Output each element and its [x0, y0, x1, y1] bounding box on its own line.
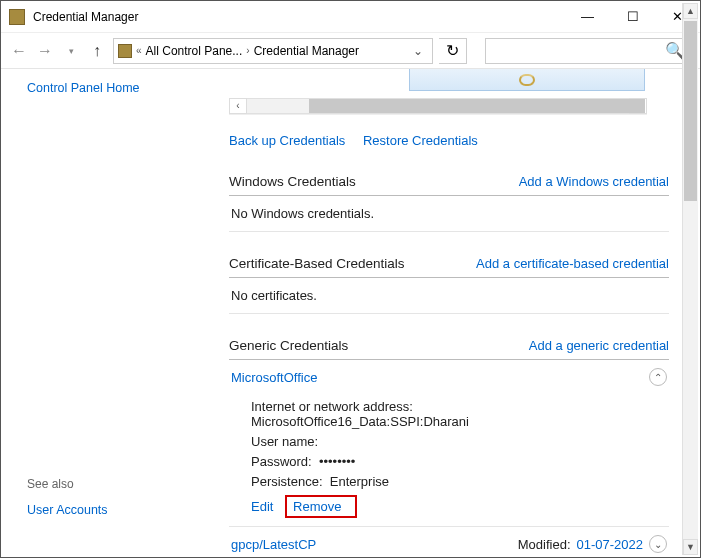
windows-credentials-empty: No Windows credentials.: [229, 196, 669, 232]
credential-details: Internet or network address:MicrosoftOff…: [229, 388, 669, 527]
collapse-icon[interactable]: ⌃: [649, 368, 667, 386]
modified-value: 01-07-2022: [577, 537, 644, 552]
persistence-label: Persistence:: [251, 474, 323, 489]
credential-row-expanded[interactable]: MicrosoftOffice ⌃: [229, 360, 669, 388]
window-title: Credential Manager: [33, 10, 565, 24]
recent-dropdown[interactable]: ▾: [61, 41, 81, 61]
refresh-button[interactable]: ↻: [439, 38, 467, 64]
generic-credentials-heading: Generic Credentials: [229, 338, 348, 353]
cert-credentials-empty: No certificates.: [229, 278, 669, 314]
breadcrumb-level-1[interactable]: All Control Pane...: [146, 44, 243, 58]
add-generic-credential-link[interactable]: Add a generic credential: [529, 338, 669, 353]
password-value: ••••••••: [319, 454, 355, 469]
vscroll-thumb[interactable]: [684, 21, 697, 201]
nav-bar: ← → ▾ ↑ « All Control Pane... › Credenti…: [1, 33, 700, 69]
keyring-icon: [519, 74, 535, 86]
forward-button[interactable]: →: [35, 41, 55, 61]
title-bar: Credential Manager — ☐ ✕: [1, 1, 700, 33]
password-label: Password:: [251, 454, 312, 469]
windows-credentials-heading: Windows Credentials: [229, 174, 356, 189]
backup-credentials-link[interactable]: Back up Credentials: [229, 133, 345, 148]
credential-name[interactable]: gpcp/LatestCP: [231, 537, 518, 552]
persistence-value: Enterprise: [330, 474, 389, 489]
address-dropdown-icon[interactable]: ⌄: [408, 44, 428, 58]
credential-banner: [409, 69, 645, 91]
hscroll-left-button[interactable]: ‹: [229, 98, 247, 114]
maximize-button[interactable]: ☐: [610, 1, 655, 32]
address-label: Internet or network address:: [251, 399, 413, 414]
breadcrumb-level-2[interactable]: Credential Manager: [254, 44, 359, 58]
hscroll-thumb[interactable]: [309, 99, 645, 113]
credential-row[interactable]: gpcp/LatestCP Modified: 01-07-2022 ⌄: [229, 527, 669, 558]
vscroll-down-button[interactable]: ▼: [683, 539, 698, 555]
vertical-scrollbar[interactable]: ▲ ▼: [682, 3, 698, 555]
up-button[interactable]: ↑: [87, 41, 107, 61]
modified-label: Modified:: [518, 537, 571, 552]
remove-credential-link[interactable]: Remove: [293, 499, 341, 514]
hscroll-track[interactable]: [247, 98, 629, 114]
see-also-heading: See also: [27, 477, 229, 491]
add-cert-credential-link[interactable]: Add a certificate-based credential: [476, 256, 669, 271]
edit-credential-link[interactable]: Edit: [251, 499, 273, 514]
add-windows-credential-link[interactable]: Add a Windows credential: [519, 174, 669, 189]
app-icon: [9, 9, 25, 25]
vscroll-up-button[interactable]: ▲: [683, 3, 698, 19]
cert-credentials-heading: Certificate-Based Credentials: [229, 256, 405, 271]
address-bar[interactable]: « All Control Pane... › Credential Manag…: [113, 38, 433, 64]
control-panel-home-link[interactable]: Control Panel Home: [27, 81, 229, 95]
location-icon: [118, 44, 132, 58]
restore-credentials-link[interactable]: Restore Credentials: [363, 133, 478, 148]
username-label: User name:: [251, 434, 318, 449]
breadcrumb-prefix: «: [136, 45, 142, 56]
search-input[interactable]: 🔍: [485, 38, 692, 64]
credential-name[interactable]: MicrosoftOffice: [231, 370, 649, 385]
breadcrumb-sep-icon: ›: [246, 45, 249, 56]
expand-icon[interactable]: ⌄: [649, 535, 667, 553]
back-button[interactable]: ←: [9, 41, 29, 61]
user-accounts-link[interactable]: User Accounts: [27, 503, 229, 517]
minimize-button[interactable]: —: [565, 1, 610, 32]
address-value: MicrosoftOffice16_Data:SSPI:Dharani: [251, 414, 469, 429]
